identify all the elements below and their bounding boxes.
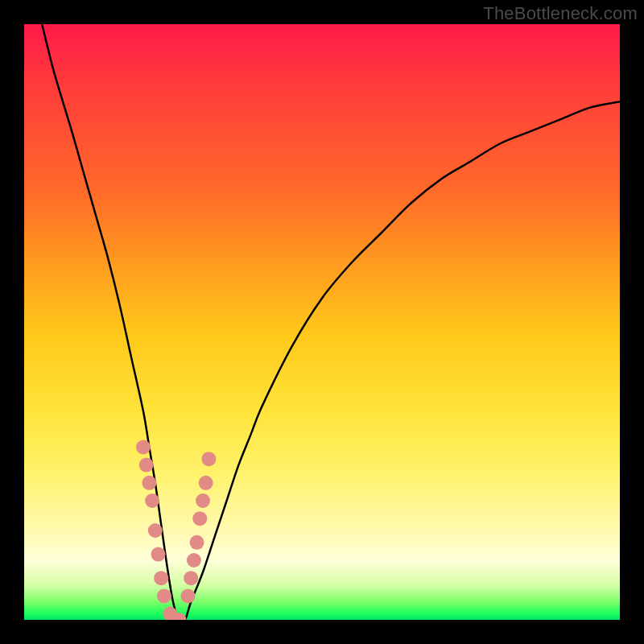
scatter-dot [196,493,210,508]
bottleneck-curve [42,24,620,620]
scatter-dot [148,523,163,538]
curve-layer [24,24,620,620]
scatter-dot [192,511,207,526]
scatter-dot [139,458,154,473]
scatter-dot [184,571,198,585]
scatter-dot [145,493,159,508]
scatter-points [136,440,216,620]
bottleneck-curve-path [42,24,620,620]
watermark-text: TheBottleneck.com [483,3,638,24]
plot-area [24,24,620,620]
scatter-dot [142,476,156,490]
scatter-dot [151,547,166,562]
scatter-dot [199,476,213,490]
scatter-dot [181,588,196,603]
chart-frame: TheBottleneck.com [0,0,644,644]
scatter-dot [157,588,171,603]
scatter-dot [201,452,216,466]
scatter-dot [190,535,204,550]
scatter-dot [136,440,151,454]
scatter-dot [187,553,201,568]
scatter-dot [154,571,168,585]
